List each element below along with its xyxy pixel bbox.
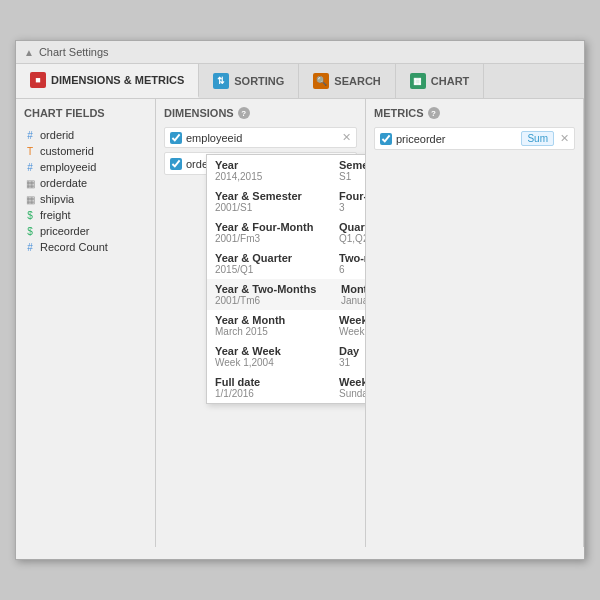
metric-item: priceorder Sum ✕ <box>374 127 575 150</box>
dropdown-left: Year & Month March 2015 <box>215 314 319 337</box>
list-item[interactable]: Year & Month March 2015 Week Week 1, Wee… <box>207 310 366 341</box>
list-item[interactable]: # orderid <box>24 127 147 143</box>
dropdown-left-sub: Week 1,2004 <box>215 357 319 368</box>
list-item[interactable]: Year & Quarter 2015/Q1 Two-months 6 <box>207 248 366 279</box>
chart-fields-panel: CHART FIELDS # orderid T customerid # em… <box>16 99 156 547</box>
dropdown-right-sub: Week 1, Week 2 <box>339 326 366 337</box>
title-bar-icon: ▲ <box>24 47 34 58</box>
dimensions-panel: DIMENSIONS ? employeeid ✕ orderdate Mont… <box>156 99 366 547</box>
dropdown-right-label: Month <box>341 283 366 295</box>
metric-label: priceorder <box>396 133 517 145</box>
main-content: CHART FIELDS # orderid T customerid # em… <box>16 99 584 547</box>
field-name: freight <box>40 209 71 221</box>
metrics-label: METRICS <box>374 107 424 119</box>
dropdown-right-sub: January, February <box>341 295 366 306</box>
dropdown-left-sub: 2015/Q1 <box>215 264 319 275</box>
dropdown-left-sub: 2014,2015 <box>215 171 319 182</box>
dimension-item: employeeid ✕ <box>164 127 357 148</box>
dropdown-left-sub: 2001/Tm6 <box>215 295 321 306</box>
dropdown-right-sub: 31 <box>339 357 366 368</box>
chart-fields-header: CHART FIELDS <box>24 107 147 119</box>
dropdown-right-sub: 6 <box>339 264 366 275</box>
field-name: orderid <box>40 129 74 141</box>
dropdown-right-label: Week Day <box>339 376 366 388</box>
tab-label-sorting: SORTING <box>234 75 284 87</box>
dropdown-right: Four-Months 3 <box>339 190 366 213</box>
tab-label-search: SEARCH <box>334 75 380 87</box>
dropdown-left-label: Year <box>215 159 319 171</box>
dropdown-right: Day 31 <box>339 345 366 368</box>
metrics-help-icon[interactable]: ? <box>428 107 440 119</box>
title-bar: ▲ Chart Settings <box>16 41 584 64</box>
dropdown-right: Two-months 6 <box>339 252 366 275</box>
list-item[interactable]: ▦ shipvia <box>24 191 147 207</box>
list-item[interactable]: # Record Count <box>24 239 147 255</box>
list-item[interactable]: ▦ orderdate <box>24 175 147 191</box>
field-name: shipvia <box>40 193 74 205</box>
tab-chart[interactable]: ▦ CHART <box>396 64 485 98</box>
list-item[interactable]: Year & Four-Month 2001/Fm3 Quarter Q1,Q2 <box>207 217 366 248</box>
dropdown-left: Year & Semester 2001/S1 <box>215 190 319 213</box>
metrics-panel: METRICS ? priceorder Sum ✕ <box>366 99 584 547</box>
metric-remove-icon[interactable]: ✕ <box>560 132 569 145</box>
dropdown-right: Week Day Sunday, Monday <box>339 376 366 399</box>
dim-checkbox[interactable] <box>170 158 182 170</box>
dropdown-left-sub: March 2015 <box>215 326 319 337</box>
metrics-list: priceorder Sum ✕ <box>374 127 575 150</box>
list-item[interactable]: # employeeid <box>24 159 147 175</box>
list-item[interactable]: $ freight <box>24 207 147 223</box>
dim-checkbox[interactable] <box>170 132 182 144</box>
dim-remove-icon[interactable]: ✕ <box>342 131 351 144</box>
chart-fields-label: CHART FIELDS <box>24 107 105 119</box>
dropdown-left: Year 2014,2015 <box>215 159 319 182</box>
dropdown-right: Week Week 1, Week 2 <box>339 314 366 337</box>
dropdown-right: Month January, February <box>341 283 366 306</box>
tab-sorting[interactable]: ⇅ SORTING <box>199 64 299 98</box>
list-item[interactable]: Year & Semester 2001/S1 Four-Months 3 <box>207 186 366 217</box>
dropdown-left-label: Year & Quarter <box>215 252 319 264</box>
dropdown-left: Full date 1/1/2016 <box>215 376 319 399</box>
list-item[interactable]: Year 2014,2015 Semester S1 <box>207 155 366 186</box>
field-name: priceorder <box>40 225 90 237</box>
dropdown-left: Year & Four-Month 2001/Fm3 <box>215 221 319 244</box>
dropdown-left-label: Year & Week <box>215 345 319 357</box>
dropdown-right-sub: Q1,Q2 <box>339 233 366 244</box>
metric-aggregation-tag[interactable]: Sum <box>521 131 554 146</box>
dimensions-label: DIMENSIONS <box>164 107 234 119</box>
dropdown-left: Year & Week Week 1,2004 <box>215 345 319 368</box>
metric-checkbox[interactable] <box>380 133 392 145</box>
field-name: orderdate <box>40 177 87 189</box>
dropdown-left-label: Full date <box>215 376 319 388</box>
tab-search[interactable]: 🔍 SEARCH <box>299 64 395 98</box>
dropdown-left: Year & Two-Months 2001/Tm6 <box>215 283 321 306</box>
chart-icon: ■ <box>30 72 46 88</box>
list-item[interactable]: Year & Week Week 1,2004 Day 31 <box>207 341 366 372</box>
dimensions-header: DIMENSIONS ? <box>164 107 357 119</box>
list-item[interactable]: T customerid <box>24 143 147 159</box>
list-item[interactable]: $ priceorder <box>24 223 147 239</box>
dropdown-right-label: Day <box>339 345 366 357</box>
field-type-icon: # <box>24 242 36 253</box>
tab-dim-metrics[interactable]: ■ DIMENSIONS & METRICS <box>16 64 199 98</box>
list-item[interactable]: Year & Two-Months 2001/Tm6 Month January… <box>207 279 366 310</box>
window-title: Chart Settings <box>39 46 109 58</box>
field-name: customerid <box>40 145 94 157</box>
field-type-icon: $ <box>24 210 36 221</box>
field-type-icon: ▦ <box>24 194 36 205</box>
dropdown-left-sub: 1/1/2016 <box>215 388 319 399</box>
dropdown-right-label: Two-months <box>339 252 366 264</box>
date-granularity-dropdown: Year 2014,2015 Semester S1 Year & Semest… <box>206 154 366 404</box>
fields-list: # orderid T customerid # employeeid ▦ or… <box>24 127 147 255</box>
list-item[interactable]: Full date 1/1/2016 Week Day Sunday, Mond… <box>207 372 366 403</box>
dropdown-left-label: Year & Four-Month <box>215 221 319 233</box>
dropdown-left-label: Year & Semester <box>215 190 319 202</box>
field-name: Record Count <box>40 241 108 253</box>
dropdown-right-label: Quarter <box>339 221 366 233</box>
dropdown-left-label: Year & Two-Months <box>215 283 321 295</box>
metrics-header: METRICS ? <box>374 107 575 119</box>
search-icon: 🔍 <box>313 73 329 89</box>
tab-label-dim-metrics: DIMENSIONS & METRICS <box>51 74 184 86</box>
field-name: employeeid <box>40 161 96 173</box>
dimensions-help-icon[interactable]: ? <box>238 107 250 119</box>
dim-label: employeeid <box>186 132 336 144</box>
